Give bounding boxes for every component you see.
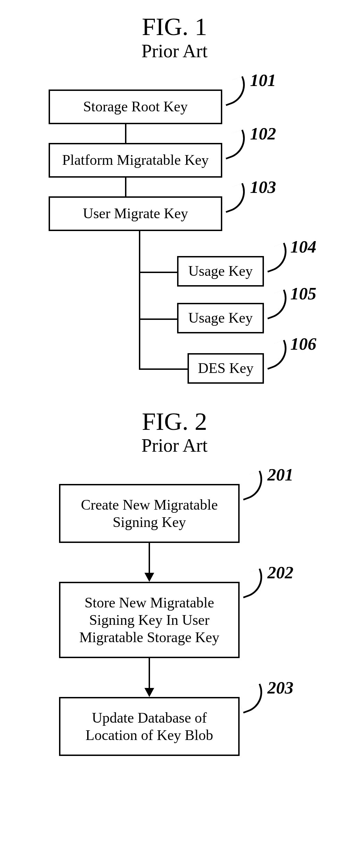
arrow-head-202-203 (144, 688, 154, 697)
leader-203 (236, 683, 268, 714)
box-storage-root-key: Storage Root Key (49, 90, 222, 124)
refnum-203: 203 (267, 678, 293, 698)
label-usage-key-2: Usage Key (188, 309, 252, 326)
label-step-202: Store New Migratable Signing Key In User… (79, 594, 219, 646)
label-storage-root-key: Storage Root Key (83, 98, 188, 115)
refnum-201: 201 (267, 465, 293, 485)
leader-103 (218, 183, 251, 213)
fig1-subtitle: Prior Art (0, 40, 349, 62)
leader-201 (236, 470, 268, 501)
leader-102 (218, 129, 251, 160)
box-des-key: DES Key (188, 353, 264, 384)
fig1-title: FIG. 1 (0, 14, 349, 40)
leader-104 (260, 242, 292, 273)
refnum-202: 202 (267, 562, 293, 582)
box-usage-key-2: Usage Key (177, 303, 264, 333)
leader-101 (218, 76, 251, 106)
box-usage-key-1: Usage Key (177, 256, 264, 287)
arrow-shaft-201-202 (149, 543, 150, 574)
branch-105 (139, 318, 177, 320)
label-platform-migratable-key: Platform Migratable Key (62, 152, 209, 168)
leader-202 (236, 568, 268, 598)
label-step-203: Update Database of Location of Key Blob (85, 709, 213, 744)
page: FIG. 1 Prior Art Storage Root Key 101 Pl… (0, 0, 349, 845)
refnum-102: 102 (250, 124, 276, 144)
refnum-105: 105 (290, 283, 316, 304)
fig1-diagram: Storage Root Key 101 Platform Migratable… (45, 76, 309, 388)
label-user-migrate-key: User Migrate Key (83, 205, 188, 222)
box-user-migrate-key: User Migrate Key (49, 196, 222, 231)
label-des-key: DES Key (198, 360, 254, 376)
leader-106 (260, 340, 292, 370)
fig2-subtitle: Prior Art (0, 435, 349, 456)
trunk-103-children (139, 231, 140, 370)
step-update-database: Update Database of Location of Key Blob (59, 697, 240, 756)
branch-104 (139, 272, 177, 273)
branch-106 (139, 368, 188, 370)
label-usage-key-1: Usage Key (188, 263, 252, 279)
connector-102-103 (125, 178, 126, 196)
arrow-head-201-202 (144, 573, 154, 582)
refnum-103: 103 (250, 177, 276, 197)
label-step-201: Create New Migratable Signing Key (81, 496, 218, 531)
leader-105 (260, 289, 292, 320)
step-create-new-key: Create New Migratable Signing Key (59, 484, 240, 543)
fig2-title: FIG. 2 (0, 409, 349, 435)
fig2-diagram: Create New Migratable Signing Key 201 St… (45, 470, 309, 824)
step-store-key: Store New Migratable Signing Key In User… (59, 582, 240, 658)
refnum-101: 101 (250, 70, 276, 90)
refnum-104: 104 (290, 237, 316, 257)
refnum-106: 106 (290, 334, 316, 354)
arrow-shaft-202-203 (149, 658, 150, 689)
box-platform-migratable-key: Platform Migratable Key (49, 143, 222, 178)
connector-101-102 (125, 124, 126, 143)
